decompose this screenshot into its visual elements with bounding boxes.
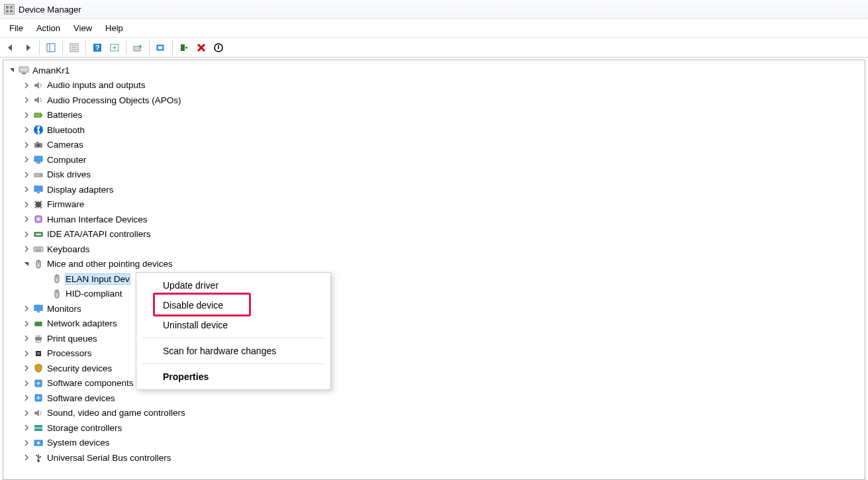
tree-row[interactable]: Software components <box>3 376 865 391</box>
svg-rect-0 <box>47 44 55 52</box>
uninstall-device-button[interactable] <box>193 40 209 56</box>
menu-action[interactable]: Action <box>30 21 67 36</box>
tree-row[interactable]: Security devices <box>3 361 865 376</box>
chevron-right-icon[interactable] <box>22 304 31 313</box>
ctx-properties[interactable]: Properties <box>136 367 330 387</box>
chevron-right-icon[interactable] <box>22 334 31 343</box>
toolbar-separator <box>62 40 63 55</box>
tree-row[interactable]: Cameras <box>3 138 865 153</box>
menu-view[interactable]: View <box>67 21 99 36</box>
chevron-right-icon[interactable] <box>22 423 31 432</box>
toolbar-separator <box>149 40 150 55</box>
chevron-right-icon[interactable] <box>22 185 31 194</box>
chevron-down-icon[interactable] <box>22 260 31 269</box>
menu-file[interactable]: File <box>3 21 30 36</box>
speaker-icon <box>32 94 44 106</box>
device-tree[interactable]: AmanKr1Audio inputs and outputsAudio Pro… <box>3 60 865 480</box>
enable-device-button[interactable] <box>176 40 192 56</box>
chevron-right-icon[interactable] <box>22 438 31 448</box>
chevron-right-icon[interactable] <box>22 319 31 328</box>
chevron-right-icon[interactable] <box>22 170 31 179</box>
tree-node-label: Firmware <box>47 199 84 209</box>
cpu-icon <box>32 348 44 360</box>
menu-help[interactable]: Help <box>99 21 130 36</box>
svg-rect-12 <box>181 44 185 51</box>
tree-row[interactable]: Firmware <box>3 197 865 213</box>
tree-row[interactable]: Disk drives <box>3 168 865 183</box>
tree-row[interactable]: IDE ATA/ATAPI controllers <box>3 227 865 242</box>
properties-button[interactable] <box>66 40 82 56</box>
chevron-right-icon[interactable] <box>22 349 31 358</box>
chevron-right-icon[interactable] <box>22 393 31 403</box>
tree-row[interactable]: Network adapters <box>3 316 865 332</box>
chevron-right-icon[interactable] <box>22 111 31 120</box>
tree-row[interactable]: Audio Processing Objects (APOs) <box>3 93 865 108</box>
tree-row[interactable]: AmanKr1 <box>3 63 865 78</box>
ctx-update-driver[interactable]: Update driver <box>136 275 330 295</box>
tree-row[interactable]: Print queues <box>3 331 865 346</box>
show-hide-tree-button[interactable] <box>43 40 59 56</box>
tree-row[interactable]: Monitors <box>3 301 865 316</box>
chevron-right-icon[interactable] <box>22 244 31 254</box>
ctx-separator <box>142 338 325 338</box>
chevron-right-icon[interactable] <box>22 200 31 209</box>
tree-row[interactable]: Universal Serial Bus controllers <box>3 450 865 465</box>
forward-button[interactable] <box>20 40 36 56</box>
svg-point-25 <box>40 174 42 175</box>
tree-node-label: Audio Processing Objects (APOs) <box>47 95 181 105</box>
chevron-right-icon[interactable] <box>22 95 31 105</box>
tree-node-label: Bluetooth <box>47 125 85 135</box>
tree-node-label: IDE ATA/ATAPI controllers <box>47 229 151 239</box>
svg-rect-26 <box>34 186 42 191</box>
tree-row[interactable]: Processors <box>3 346 865 361</box>
svg-point-20 <box>37 144 40 147</box>
chevron-right-icon[interactable] <box>22 125 31 134</box>
svg-rect-51 <box>34 428 42 431</box>
tree-row[interactable]: HID-compliant <box>3 287 865 302</box>
svg-rect-45 <box>36 340 40 342</box>
chevron-down-icon[interactable] <box>7 66 17 75</box>
tree-row[interactable]: Human Interface Devices <box>3 212 865 227</box>
svg-point-55 <box>36 455 37 456</box>
back-button[interactable] <box>3 40 19 56</box>
chevron-right-icon[interactable] <box>22 215 31 224</box>
tree-node-label: Software components <box>47 378 134 388</box>
network-icon <box>32 318 44 330</box>
chevron-right-icon[interactable] <box>22 379 31 388</box>
chevron-right-icon[interactable] <box>22 140 31 150</box>
ctx-disable-device[interactable]: Disable device <box>136 295 330 315</box>
ctx-separator <box>142 363 325 364</box>
tree-row[interactable]: Storage controllers <box>3 420 865 436</box>
svg-rect-23 <box>36 162 40 164</box>
ctx-uninstall-device[interactable]: Uninstall device <box>136 315 330 335</box>
chevron-right-icon[interactable] <box>22 155 31 164</box>
svg-rect-33 <box>34 247 43 252</box>
tree-row[interactable]: Batteries <box>3 108 865 123</box>
help-button[interactable]: ? <box>89 40 105 56</box>
tree-row[interactable]: Bluetooth <box>3 122 865 138</box>
disable-device-button[interactable] <box>211 40 226 56</box>
tree-row[interactable]: ELAN Input Dev <box>3 271 865 287</box>
action-toolbar-button[interactable] <box>107 40 122 56</box>
tree-row[interactable]: Sound, video and game controllers <box>3 406 865 421</box>
update-driver-button[interactable] <box>130 40 146 56</box>
tree-row[interactable]: Audio inputs and outputs <box>3 78 865 93</box>
tree-node-label: Storage controllers <box>47 423 122 433</box>
tree-node-label: Disk drives <box>47 169 91 179</box>
mouse-icon <box>51 273 63 285</box>
chevron-right-icon[interactable] <box>22 230 31 239</box>
tree-row[interactable]: Computer <box>3 152 865 168</box>
scan-hardware-button[interactable] <box>153 40 169 56</box>
chevron-right-icon[interactable] <box>22 453 31 462</box>
tree-row[interactable]: Keyboards <box>3 242 865 257</box>
svg-rect-43 <box>35 337 42 340</box>
ctx-scan-hardware[interactable]: Scan for hardware changes <box>136 341 330 361</box>
tree-row[interactable]: Mice and other pointing devices <box>3 257 865 272</box>
tree-row[interactable]: Display adapters <box>3 182 865 197</box>
tree-row[interactable]: Software devices <box>3 391 865 406</box>
tree-row[interactable]: System devices <box>3 436 865 451</box>
chevron-right-icon[interactable] <box>22 81 31 90</box>
titlebar: Device Manager <box>0 0 868 19</box>
chevron-right-icon[interactable] <box>22 408 31 418</box>
chevron-right-icon[interactable] <box>22 363 31 373</box>
